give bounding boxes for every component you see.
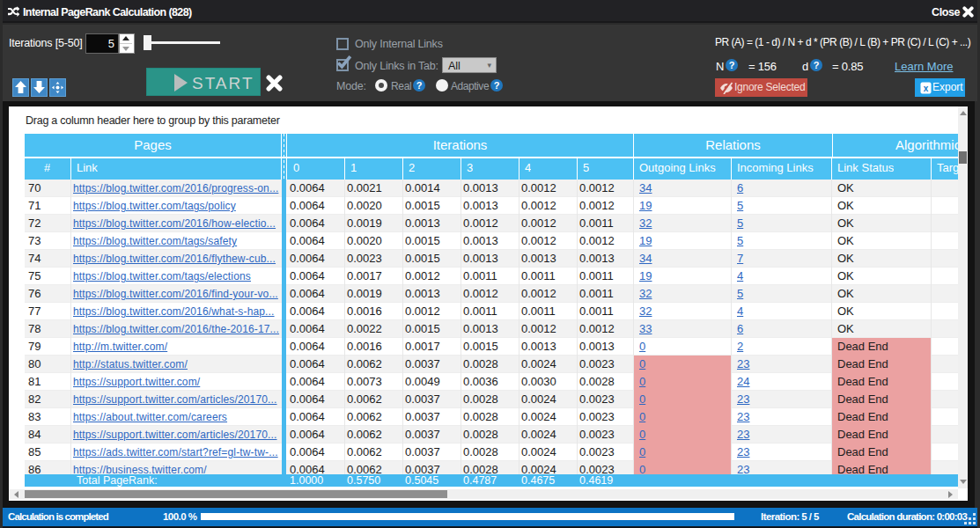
svg-text:x: x	[924, 84, 929, 93]
